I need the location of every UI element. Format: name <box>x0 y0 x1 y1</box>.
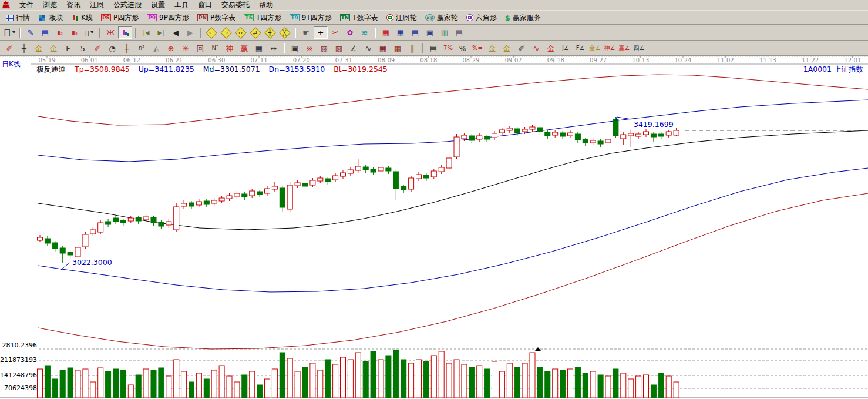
pen2-tool-button[interactable]: ✐ <box>90 42 105 55</box>
gann-circle-button[interactable]: ⊕ <box>164 42 178 55</box>
clock-tool-button[interactable]: ◔ <box>105 42 119 55</box>
menu-item-6[interactable]: 工具 <box>170 0 193 11</box>
grid-tool-button[interactable]: ╫ <box>17 42 31 55</box>
grid-dense2-button[interactable]: ▩ <box>391 42 405 55</box>
figure-tool-button[interactable]: Ж <box>103 26 117 39</box>
kline-3-button[interactable]: ▮₃ <box>53 26 67 39</box>
scale-list-button[interactable]: ▤ <box>426 42 440 55</box>
next-button[interactable]: ▶ <box>183 26 197 39</box>
box-rays2-button[interactable]: ▧ <box>332 42 346 55</box>
chart-view-button[interactable] <box>118 26 132 39</box>
spiral-button[interactable]: 回 <box>193 42 207 55</box>
ruler123-button[interactable]: ▦ <box>252 42 266 55</box>
period-button[interactable]: 日▼ <box>2 26 16 39</box>
save-button[interactable]: ▣ <box>423 26 437 39</box>
brush-tool-button[interactable]: ✐ <box>2 42 16 55</box>
menu-item-2[interactable]: 资讯 <box>62 0 85 11</box>
percent7-button[interactable]: 7% <box>441 42 455 55</box>
menu-item-7[interactable]: 窗口 <box>193 0 217 11</box>
prev-button[interactable]: ◀ <box>169 26 183 39</box>
compress-button[interactable]: ⇄ <box>248 26 263 39</box>
node-tool-button[interactable]: ✿ <box>343 26 357 39</box>
percent-line-button[interactable]: %= <box>470 42 485 55</box>
pen-mark-button[interactable]: ✐ <box>514 42 529 55</box>
grid-dense-button[interactable]: ▦ <box>376 42 390 55</box>
menu-item-5[interactable]: 设置 <box>146 0 170 11</box>
print-button[interactable]: ▤ <box>452 26 466 39</box>
gold-grid-button[interactable]: 金 <box>32 42 46 55</box>
p-square-button[interactable]: PSP四方形 <box>97 12 142 24</box>
kline-style-button[interactable]: ▯▼ <box>82 26 96 39</box>
menu-item-1[interactable]: 浏览 <box>38 0 62 11</box>
menu-item-4[interactable]: 公式选股 <box>109 0 146 11</box>
expand-button[interactable]: ╋ <box>263 26 277 39</box>
flag-tool-button[interactable]: ◭ <box>149 42 163 55</box>
box-rays-button[interactable]: ▨ <box>317 42 331 55</box>
quotes-button[interactable]: 行情 <box>2 12 33 24</box>
t-square-button[interactable]: TST四方形 <box>240 12 285 24</box>
service-button[interactable]: $赢家服务 <box>502 12 544 24</box>
kline-9-button[interactable]: ▮₉ <box>68 26 82 39</box>
menu-item-9[interactable]: 帮助 <box>254 0 278 11</box>
menu-item-0[interactable]: 文件 <box>15 0 38 11</box>
zigzag-button[interactable]: ∿ <box>361 42 375 55</box>
angle-lines-button[interactable]: ∠ <box>346 42 361 55</box>
menu-item-8[interactable]: 交易委托 <box>217 0 254 11</box>
zoom-left-button[interactable]: ← <box>204 26 218 39</box>
f-grid-button[interactable]: F <box>61 42 75 55</box>
star-circle-button[interactable]: ✳ <box>179 42 193 55</box>
notes-button[interactable]: ▤ <box>408 26 422 39</box>
scale-list-button-icon: ▤ <box>430 45 437 52</box>
shen-angle-button[interactable]: 神∠ <box>603 42 617 55</box>
full-range-button[interactable]: ╳ <box>278 26 292 39</box>
f-angle-button[interactable]: F∠ <box>573 42 587 55</box>
rays-tool-button[interactable]: ※ <box>302 42 317 55</box>
hexagon-button[interactable]: 六角形 <box>463 12 500 24</box>
gold-circle-button[interactable]: 金 <box>485 42 499 55</box>
gold-grid2-button[interactable]: 金 <box>46 42 60 55</box>
info-document-button[interactable]: ▤ <box>38 26 52 39</box>
five-grid-button[interactable]: 5 <box>76 42 90 55</box>
k-mark-button[interactable]: Ν″ <box>208 42 222 55</box>
line-tool-button[interactable]: ≋ <box>358 26 372 39</box>
ruler-grid-button[interactable]: ╪ <box>120 42 134 55</box>
four-angle-button[interactable]: 四∠ <box>632 42 646 55</box>
measure-button[interactable]: ↔ <box>267 42 281 55</box>
gold-line-button[interactable]: 金 <box>500 42 514 55</box>
export-button[interactable]: ▥ <box>438 26 452 39</box>
scribble-tool-button[interactable]: ✎ <box>23 26 38 39</box>
t-number-button[interactable]: TNT数字表 <box>337 12 382 24</box>
menu-item-3[interactable]: 江恩 <box>85 0 109 11</box>
t9-square-button[interactable]: T99T四方形 <box>286 12 335 24</box>
j-angle-button[interactable]: J∠ <box>559 42 573 55</box>
kline-button[interactable]: K线 <box>68 12 96 24</box>
zoom-horizontal-button[interactable]: ↔ <box>234 26 248 39</box>
n-square-button[interactable]: n² <box>134 42 149 55</box>
box-tool-button[interactable]: ▣ <box>288 42 302 55</box>
kline-chart[interactable]: 05-1906-0106-1206-2106-3007-1107-2007-31… <box>0 0 868 399</box>
last-page-button[interactable]: ▶| <box>154 26 168 39</box>
p9-square-button[interactable]: P99P四方形 <box>143 12 193 24</box>
first-page-button[interactable]: |◀ <box>139 26 153 39</box>
gann-wheel-button[interactable]: 江恩轮 <box>383 12 420 24</box>
gold-angle-button[interactable]: 金∠ <box>588 42 602 55</box>
calculator-button[interactable]: ▦ <box>393 26 408 39</box>
cut-tool-button[interactable]: ✂ <box>328 26 342 39</box>
shen-tool-button[interactable]: 神 <box>223 42 237 55</box>
svg-text:07-31: 07-31 <box>335 57 352 63</box>
crosshair-tool-button[interactable]: + <box>314 26 328 39</box>
ying-angle-button[interactable]: 赢∠ <box>617 42 631 55</box>
zoom-right-button[interactable]: → <box>219 26 233 39</box>
sectors-button[interactable]: 板块 <box>35 12 67 24</box>
ying-tool-button[interactable]: 赢 <box>237 42 251 55</box>
slashes-button[interactable]: ∥ <box>405 42 419 55</box>
gold-under-button[interactable]: 金 <box>544 42 558 55</box>
hand-tool-button[interactable]: ☛ <box>299 26 313 39</box>
percent-button[interactable]: % <box>456 42 470 55</box>
p-number-button[interactable]: PNP数字表 <box>194 12 239 24</box>
print-button-icon: ▤ <box>456 29 463 36</box>
wave-gold-button[interactable]: ∿ <box>529 42 543 55</box>
calendar-button[interactable]: ▦ <box>379 26 393 39</box>
star-circle-button-icon: ✳ <box>183 45 189 52</box>
winner-wheel-button[interactable]: Big赢家轮 <box>422 12 462 24</box>
